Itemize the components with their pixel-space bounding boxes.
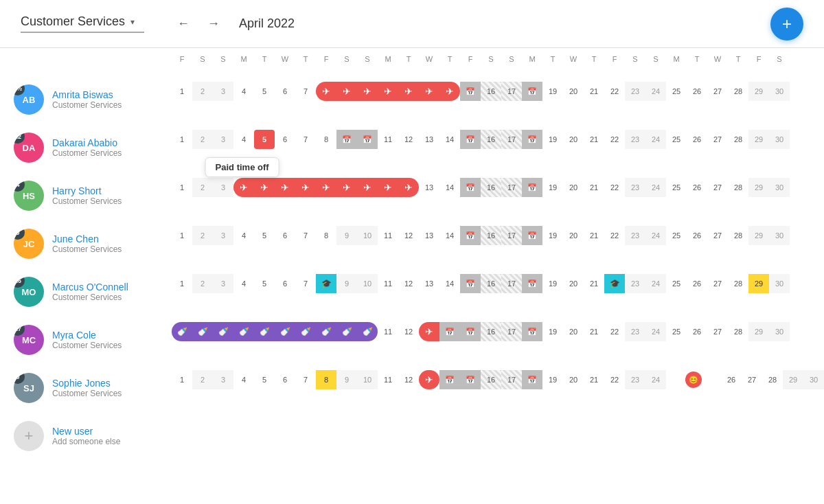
day-cell[interactable]: 27 — [742, 370, 762, 389]
day-cell-maternity[interactable] — [213, 322, 233, 341]
day-cell[interactable]: 23 — [625, 322, 645, 341]
day-cell[interactable]: 29 — [748, 226, 769, 245]
day-cell[interactable]: 22 — [604, 322, 625, 341]
day-cell[interactable]: 8 — [316, 226, 336, 245]
day-cell[interactable]: 26 — [687, 322, 707, 341]
day-cell-pto[interactable] — [254, 178, 275, 197]
day-cell[interactable]: 11 — [378, 226, 398, 245]
day-cell-holiday[interactable] — [522, 82, 542, 101]
day-cell[interactable]: 12 — [398, 322, 419, 341]
day-cell[interactable]: 23 — [625, 82, 645, 101]
day-cell[interactable]: 20 — [563, 178, 584, 197]
day-cell[interactable]: 7 — [295, 370, 316, 389]
day-cell-maternity[interactable] — [357, 322, 378, 341]
day-cell-pto[interactable] — [419, 82, 439, 101]
day-cell[interactable]: 28 — [728, 322, 748, 341]
day-cell[interactable]: 20 — [563, 370, 584, 389]
day-cell[interactable]: 10 — [357, 274, 378, 293]
day-cell-holiday[interactable] — [336, 130, 357, 149]
person-name[interactable]: Sophie Jones — [52, 378, 151, 389]
day-cell[interactable]: 22 — [604, 226, 625, 245]
day-cell[interactable]: 4 — [233, 82, 254, 101]
day-cell-holiday[interactable] — [460, 370, 481, 389]
day-cell[interactable]: 19 — [542, 322, 563, 341]
day-cell[interactable]: 7 — [295, 274, 316, 293]
day-cell[interactable]: 16 — [481, 178, 501, 197]
day-cell[interactable]: 6 — [275, 370, 295, 389]
next-month-button[interactable]: → — [202, 14, 225, 34]
day-cell[interactable]: 3 — [213, 130, 233, 149]
day-cell[interactable]: 19 — [542, 274, 563, 293]
day-cell-pto[interactable] — [439, 82, 460, 101]
day-cell[interactable]: 11 — [378, 370, 398, 389]
day-cell[interactable]: 3 — [213, 226, 233, 245]
day-cell[interactable]: 10 — [357, 370, 378, 389]
day-cell[interactable]: 27 — [707, 226, 728, 245]
day-cell[interactable]: 6 — [275, 130, 295, 149]
day-cell[interactable]: 25 — [666, 178, 687, 197]
day-cell[interactable]: 6 — [275, 82, 295, 101]
day-cell-pto[interactable] — [336, 178, 357, 197]
day-cell[interactable]: 24 — [645, 370, 666, 389]
day-cell[interactable]: 1 — [172, 370, 192, 389]
day-cell[interactable]: 16 — [481, 370, 501, 389]
day-cell[interactable]: 27 — [707, 178, 728, 197]
day-cell[interactable]: 14 — [439, 226, 460, 245]
day-cell[interactable]: 16 — [481, 226, 501, 245]
day-cell-holiday[interactable] — [522, 322, 542, 341]
day-cell[interactable]: 27 — [707, 274, 728, 293]
day-cell[interactable]: 5 — [254, 370, 275, 389]
day-cell[interactable]: 6 — [275, 226, 295, 245]
day-cell-maternity[interactable] — [192, 322, 213, 341]
day-cell[interactable]: 20 — [563, 226, 584, 245]
day-cell[interactable]: 26 — [687, 226, 707, 245]
day-cell-maternity[interactable] — [316, 322, 336, 341]
day-cell-holiday[interactable] — [522, 370, 542, 389]
day-cell-holiday[interactable] — [439, 322, 460, 341]
day-cell[interactable]: 12 — [398, 130, 419, 149]
day-cell[interactable]: 26 — [687, 274, 707, 293]
day-cell[interactable]: 17 — [501, 82, 522, 101]
day-cell[interactable]: 7 — [295, 130, 316, 149]
day-cell-maternity[interactable] — [254, 322, 275, 341]
day-cell[interactable]: 16 — [481, 274, 501, 293]
day-cell[interactable]: 26 — [687, 82, 707, 101]
day-cell[interactable]: 28 — [762, 370, 783, 389]
day-cell[interactable]: 17 — [501, 370, 522, 389]
day-cell[interactable]: 2 — [192, 82, 213, 101]
day-cell[interactable]: 19 — [542, 178, 563, 197]
day-cell[interactable]: 29 — [748, 178, 769, 197]
day-cell-holiday[interactable] — [460, 274, 481, 293]
day-cell[interactable]: 9 — [336, 226, 357, 245]
day-cell[interactable]: 17 — [501, 226, 522, 245]
day-cell[interactable]: 11 — [378, 322, 398, 341]
day-cell[interactable]: 1 — [172, 274, 192, 293]
add-button[interactable]: + — [770, 8, 803, 41]
day-cell-maternity[interactable] — [275, 322, 295, 341]
day-cell[interactable]: 2 — [192, 226, 213, 245]
day-cell[interactable]: 17 — [501, 274, 522, 293]
person-name[interactable]: Marcus O'Connell — [52, 282, 151, 293]
day-cell[interactable]: 22 — [604, 130, 625, 149]
day-cell[interactable]: 3 — [213, 370, 233, 389]
day-cell[interactable]: 2 — [192, 370, 213, 389]
day-cell-study[interactable] — [604, 274, 625, 293]
day-cell[interactable]: 19 — [542, 130, 563, 149]
day-cell[interactable]: 21 — [584, 322, 604, 341]
day-cell[interactable]: 2 — [192, 178, 213, 197]
day-cell[interactable]: 24 — [645, 226, 666, 245]
day-cell[interactable]: 7 — [295, 226, 316, 245]
day-cell[interactable]: 11 — [378, 130, 398, 149]
day-cell[interactable]: 30 — [803, 370, 824, 389]
day-cell[interactable]: 14 — [439, 178, 460, 197]
day-cell[interactable]: 29 — [748, 322, 769, 341]
day-cell[interactable]: 24 — [645, 274, 666, 293]
day-cell[interactable]: 19 — [542, 82, 563, 101]
day-cell-holiday[interactable] — [522, 274, 542, 293]
person-name[interactable]: Harry Short — [52, 185, 151, 196]
day-cell[interactable]: 4 — [233, 370, 254, 389]
day-cell-pto[interactable] — [357, 82, 378, 101]
day-cell[interactable]: 13 — [419, 274, 439, 293]
day-cell[interactable]: 9 — [336, 274, 357, 293]
day-cell[interactable]: 25 — [666, 226, 687, 245]
